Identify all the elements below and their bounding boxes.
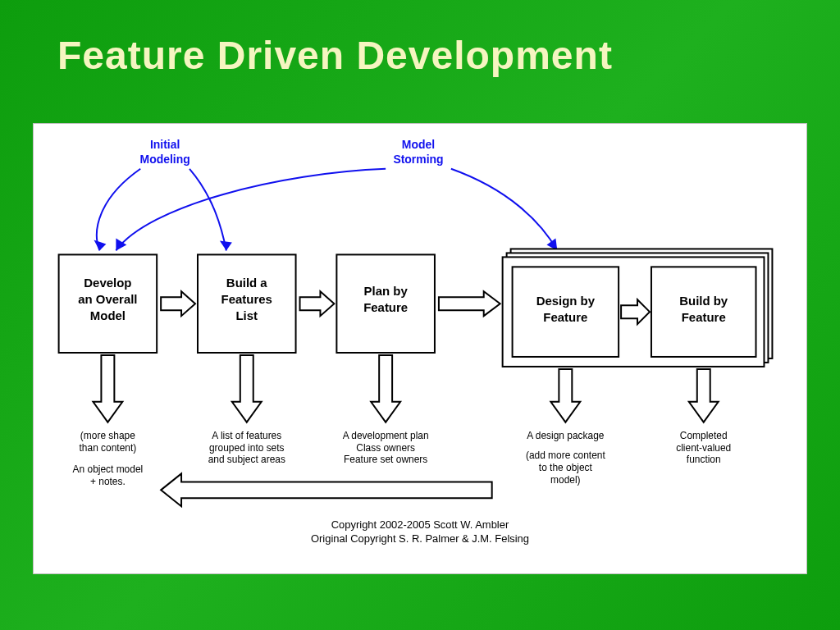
- out2-l3: and subject areas: [208, 454, 285, 465]
- arrow-storming-to-box4: [451, 169, 558, 251]
- box4-l2: Feature: [543, 310, 587, 324]
- box1-l1: Develop: [84, 276, 131, 290]
- arrow-down-3: [371, 355, 400, 422]
- arrow-down-2: [232, 355, 262, 422]
- box5-l2: Feature: [682, 310, 726, 324]
- out1-l4: + notes.: [90, 476, 126, 487]
- diagram-panel: Initial Modeling Model Storming Develop …: [33, 123, 807, 574]
- out1-l2: than content): [80, 442, 137, 454]
- feedback-arrow: [161, 473, 492, 506]
- out5-l2: client-valued: [676, 442, 731, 454]
- out2-l2: grouped into sets: [209, 442, 285, 454]
- out4-l2: (add more content: [526, 450, 606, 462]
- out3-l3: Feature set owners: [344, 454, 427, 465]
- box2-l2: Features: [221, 292, 272, 306]
- arrow-initial-to-box1: [97, 169, 140, 251]
- label-model-storming-l1: Model: [402, 138, 435, 151]
- copyright-l1: Copyright 2002-2005 Scott W. Ambler: [331, 518, 509, 531]
- out5-l3: function: [687, 454, 721, 465]
- label-initial-modeling-l1: Initial: [150, 138, 180, 151]
- out4-l3: to the object: [539, 462, 593, 473]
- out5-l1: Completed: [680, 430, 728, 441]
- box2-l1: Build a: [226, 276, 267, 290]
- box1-l3: Model: [90, 308, 126, 322]
- label-initial-modeling-l2: Modeling: [140, 153, 190, 166]
- out3-l2: Class owners: [356, 442, 415, 454]
- label-model-storming-l2: Storming: [393, 153, 443, 166]
- arrow-3-group: [439, 291, 500, 316]
- box3-l2: Feature: [363, 300, 408, 314]
- fdd-diagram-svg: Initial Modeling Model Storming Develop …: [34, 124, 806, 573]
- out1-l3: An object model: [73, 463, 144, 475]
- out3-l1: A development plan: [343, 430, 429, 441]
- box2-l3: List: [235, 308, 258, 322]
- out4-l1: A design package: [527, 430, 605, 441]
- arrow-storming-to-box1: [116, 169, 386, 251]
- arrow-2-3: [300, 291, 335, 316]
- arrow-1-2: [161, 291, 195, 316]
- box4-l1: Design by: [536, 294, 596, 308]
- arrow-down-4: [550, 369, 580, 422]
- box3-l1: Plan by: [364, 284, 409, 298]
- arrowhead-initial-left: [94, 240, 106, 250]
- out4-l4: model): [550, 474, 581, 486]
- arrow-initial-to-box2: [189, 169, 226, 251]
- slide-title: Feature Driven Development: [0, 0, 840, 78]
- out2-l1: A list of features: [212, 430, 281, 441]
- box1-l2: an Overall: [78, 292, 137, 306]
- copyright-l2: Original Copyright S. R. Palmer & J.M. F…: [311, 532, 529, 545]
- arrowhead-initial-right: [220, 240, 232, 250]
- out1-l1: (more shape: [80, 430, 135, 441]
- arrow-down-5: [689, 369, 719, 422]
- arrow-down-1: [93, 355, 122, 422]
- box5-l1: Build by: [679, 294, 728, 308]
